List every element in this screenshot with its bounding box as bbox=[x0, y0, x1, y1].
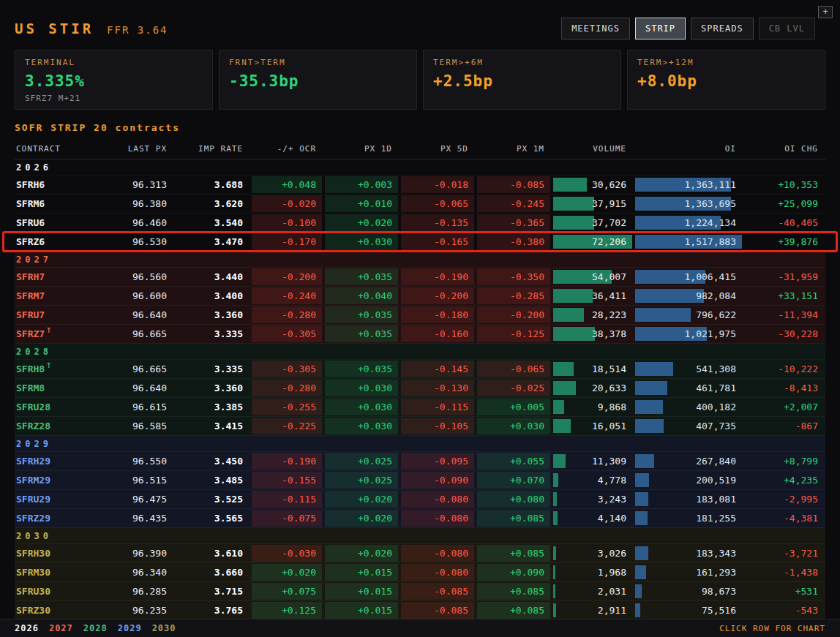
cell-px-1d: +0.040 bbox=[323, 287, 400, 305]
table-row-sfru6[interactable]: SFRU696.4603.540-0.100+0.020-0.135-0.365… bbox=[15, 214, 825, 233]
volume-bar bbox=[553, 400, 564, 414]
cell-last-px: 96.585 bbox=[88, 417, 174, 435]
table-row-sfrh7[interactable]: SFRH796.5603.440-0.200+0.035-0.190-0.350… bbox=[15, 268, 825, 287]
tab-spreads[interactable]: SPREADS bbox=[691, 18, 754, 39]
footer-bar: 20262027202820292030 CLICK ROW FOR CHART bbox=[0, 619, 840, 637]
cell-volume: 11,309 bbox=[552, 452, 634, 470]
cell-px-1d: +0.020 bbox=[323, 509, 400, 527]
page-title: US STIR bbox=[15, 20, 94, 37]
year-link-2026[interactable]: 2026 bbox=[15, 623, 39, 633]
volume-value: 37,915 bbox=[592, 198, 626, 209]
cell-px-5d: -0.080 bbox=[400, 509, 476, 527]
table-row-sfrm7[interactable]: SFRM796.6003.400-0.240+0.040-0.200-0.285… bbox=[15, 287, 825, 306]
card-label: TERM>+12M bbox=[637, 58, 815, 67]
cell-px-1m: +0.085 bbox=[476, 601, 552, 619]
cell-ocr: -0.305 bbox=[250, 360, 323, 378]
column-header-px-5d: PX 5D bbox=[400, 140, 476, 159]
table-row-sfrm29[interactable]: SFRM2996.5153.485-0.155+0.025-0.090+0.07… bbox=[15, 471, 825, 490]
year-link-2027[interactable]: 2027 bbox=[49, 623, 73, 633]
cell-px-5d: -0.090 bbox=[400, 471, 476, 489]
cell-px-1d: +0.020 bbox=[323, 214, 400, 232]
table-row-sfrh6[interactable]: SFRH696.3133.688+0.048+0.003-0.018-0.085… bbox=[15, 176, 825, 195]
table-row-sfrh8[interactable]: SFRH8T96.6653.335-0.305+0.035-0.145-0.06… bbox=[15, 360, 825, 379]
stat-card-term-12m: TERM>+12M+8.0bp bbox=[627, 50, 825, 110]
year-link-2029[interactable]: 2029 bbox=[118, 623, 142, 633]
oi-value: 183,343 bbox=[696, 548, 736, 559]
table-header: CONTRACTLAST PXIMP RATE-/+ OCRPX 1DPX 5D… bbox=[15, 140, 825, 159]
cell-imp-rate: 3.610 bbox=[174, 544, 250, 562]
table-row-sfrh29[interactable]: SFRH2996.5503.450-0.190+0.025-0.095+0.05… bbox=[15, 452, 825, 471]
tab-strip[interactable]: STRIP bbox=[635, 18, 686, 39]
oi-bar bbox=[635, 603, 640, 617]
add-button[interactable]: + bbox=[818, 6, 833, 18]
table-row-sfrz29[interactable]: SFRZ2996.4353.565-0.075+0.020-0.080+0.08… bbox=[15, 509, 825, 528]
cell-contract: SFRZ7T bbox=[15, 325, 88, 343]
cell-oi-chg: +10,353 bbox=[743, 176, 825, 194]
cell-volume: 9,868 bbox=[552, 398, 634, 416]
cell-last-px: 96.235 bbox=[88, 601, 174, 619]
year-group-2030: 2030 bbox=[15, 528, 825, 544]
oi-value: 1,224,134 bbox=[685, 217, 736, 228]
cell-oi: 1,517,883 bbox=[634, 233, 743, 251]
table-row-sfrm6[interactable]: SFRM696.3803.620-0.020+0.010-0.065-0.245… bbox=[15, 195, 825, 214]
cell-px-5d: -0.135 bbox=[400, 214, 476, 232]
cell-px-1d: +0.020 bbox=[323, 490, 400, 508]
cell-imp-rate: 3.335 bbox=[174, 325, 250, 343]
table-row-sfru30[interactable]: SFRU3096.2853.715+0.075+0.015-0.085+0.08… bbox=[15, 582, 825, 601]
volume-value: 28,223 bbox=[592, 309, 626, 320]
cell-imp-rate: 3.470 bbox=[174, 233, 250, 251]
cell-contract: SFRH8T bbox=[15, 360, 88, 378]
oi-bar bbox=[635, 511, 648, 525]
cell-px-1m: +0.090 bbox=[476, 563, 552, 581]
cell-volume: 2,031 bbox=[552, 582, 634, 600]
year-link-2030[interactable]: 2030 bbox=[152, 623, 176, 633]
table-row-sfrz6[interactable]: SFRZ696.5303.470-0.170+0.030-0.165-0.380… bbox=[15, 233, 825, 252]
oi-value: 541,308 bbox=[696, 363, 736, 374]
cell-imp-rate: 3.335 bbox=[174, 360, 250, 378]
tab-cb-lvl[interactable]: CB LVL bbox=[759, 18, 815, 39]
cell-oi-chg: +531 bbox=[743, 582, 825, 600]
cell-px-1d: +0.030 bbox=[323, 398, 400, 416]
cell-oi: 161,293 bbox=[634, 563, 743, 581]
table-row-sfrz28[interactable]: SFRZ2896.5853.415-0.225+0.030-0.105+0.03… bbox=[15, 417, 825, 436]
volume-value: 9,868 bbox=[598, 402, 626, 412]
table-row-sfru29[interactable]: SFRU2996.4753.525-0.115+0.020-0.080+0.08… bbox=[15, 490, 825, 509]
card-value: +2.5bp bbox=[433, 72, 611, 90]
volume-value: 11,309 bbox=[592, 456, 626, 467]
cell-px-1m: -0.285 bbox=[476, 287, 552, 305]
cell-px-1d: +0.035 bbox=[323, 325, 400, 343]
table-row-sfru28[interactable]: SFRU2896.6153.385-0.255+0.030-0.115+0.00… bbox=[15, 398, 825, 417]
cell-volume: 30,626 bbox=[552, 176, 634, 194]
cell-oi-chg: +33,151 bbox=[743, 287, 825, 305]
cell-imp-rate: 3.400 bbox=[174, 287, 250, 305]
cell-last-px: 96.380 bbox=[88, 195, 174, 213]
cell-imp-rate: 3.715 bbox=[174, 582, 250, 600]
cell-oi-chg: -4,381 bbox=[743, 509, 825, 527]
table-row-sfrm8[interactable]: SFRM896.6403.360-0.280+0.030-0.130-0.025… bbox=[15, 379, 825, 398]
cell-oi-chg: +39,876 bbox=[743, 233, 825, 251]
table-row-sfrz7[interactable]: SFRZ7T96.6653.335-0.305+0.035-0.160-0.12… bbox=[15, 325, 825, 344]
tab-meetings[interactable]: MEETINGS bbox=[561, 18, 630, 39]
cell-contract: SFRU29 bbox=[15, 490, 88, 508]
cell-oi-chg: -2,995 bbox=[743, 490, 825, 508]
year-link-2028[interactable]: 2028 bbox=[83, 623, 108, 633]
cell-contract: SFRH6 bbox=[15, 176, 88, 194]
oi-bar bbox=[635, 419, 664, 433]
cell-ocr: -0.280 bbox=[250, 306, 323, 324]
cell-last-px: 96.340 bbox=[88, 563, 174, 581]
cell-contract: SFRU6 bbox=[15, 214, 88, 232]
volume-value: 16,051 bbox=[592, 421, 626, 431]
cell-oi-chg: -31,959 bbox=[743, 268, 825, 286]
cell-ocr: -0.020 bbox=[250, 195, 323, 213]
table-row-sfrz30[interactable]: SFRZ3096.2353.765+0.125+0.015-0.085+0.08… bbox=[15, 601, 825, 620]
summary-cards: TERMINAL3.335%SFRZ7 M+21FRNT>TERM-35.3bp… bbox=[0, 50, 840, 110]
cell-contract: SFRM30 bbox=[15, 563, 88, 581]
table-row-sfru7[interactable]: SFRU796.6403.360-0.280+0.035-0.180-0.200… bbox=[15, 306, 825, 325]
table-row-sfrh30[interactable]: SFRH3096.3903.610-0.030+0.020-0.080+0.08… bbox=[15, 544, 825, 563]
cell-imp-rate: 3.620 bbox=[174, 195, 250, 213]
cell-oi: 982,084 bbox=[634, 287, 743, 305]
oi-value: 407,735 bbox=[696, 421, 736, 431]
table-row-sfrm30[interactable]: SFRM3096.3403.660+0.020+0.015-0.080+0.09… bbox=[15, 563, 825, 582]
cell-contract: SFRU7 bbox=[15, 306, 88, 324]
cell-oi-chg: -30,228 bbox=[743, 325, 825, 343]
